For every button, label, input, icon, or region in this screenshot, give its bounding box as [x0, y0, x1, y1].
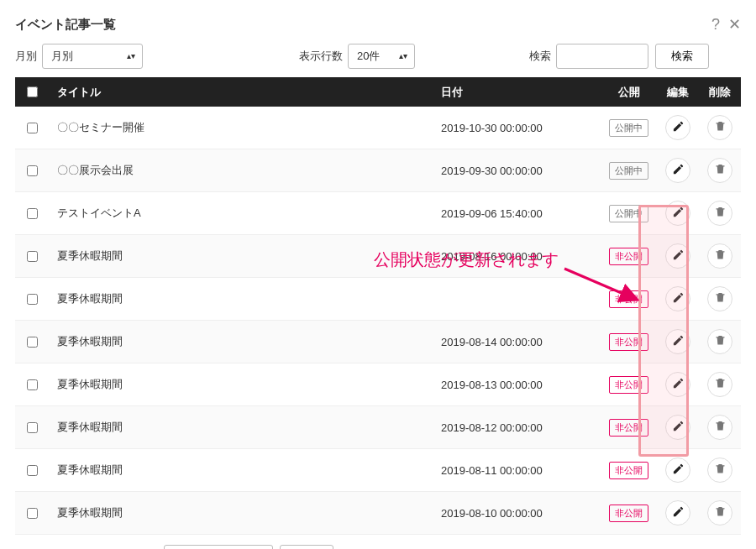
delete-button[interactable]	[707, 372, 732, 397]
table-row: 夏季休暇期間2019-08-14 00:00:00非公開	[15, 321, 741, 363]
delete-button[interactable]	[707, 158, 732, 183]
status-badge[interactable]: 非公開	[609, 376, 648, 394]
row-title: 夏季休暇期間	[49, 321, 433, 363]
edit-button[interactable]	[665, 458, 690, 483]
caret-icon: ▴▾	[127, 52, 135, 60]
col-date: 日付	[433, 77, 601, 107]
edit-button[interactable]	[665, 158, 690, 183]
row-title: 夏季休暇期間	[49, 406, 433, 449]
rows-select[interactable]: 20件 ▴▾	[348, 44, 415, 69]
edit-button[interactable]	[665, 115, 690, 140]
status-badge[interactable]: 公開中	[609, 119, 648, 137]
pencil-icon	[672, 206, 685, 221]
table-row: 夏季休暇期間2019-08-13 00:00:00非公開	[15, 363, 741, 406]
trash-icon	[714, 420, 727, 435]
row-checkbox[interactable]	[27, 379, 38, 390]
status-badge[interactable]: 非公開	[609, 333, 648, 351]
pencil-icon	[672, 163, 685, 178]
pencil-icon	[672, 420, 685, 435]
pencil-icon	[672, 463, 685, 478]
table-row: 夏季休暇期間2019-08-10 00:00:00非公開	[15, 492, 741, 535]
row-checkbox[interactable]	[27, 465, 38, 476]
search-button[interactable]: 検索	[655, 44, 709, 69]
pencil-icon	[672, 291, 685, 306]
pencil-icon	[672, 248, 685, 264]
status-badge[interactable]: 非公開	[609, 290, 648, 308]
row-title: 〇〇セミナー開催	[49, 107, 433, 149]
close-icon[interactable]: ✕	[728, 15, 741, 34]
table-row: 夏季休暇期間2019-08-11 00:00:00非公開	[15, 449, 741, 492]
row-checkbox[interactable]	[27, 508, 38, 519]
row-title: 夏季休暇期間	[49, 235, 433, 278]
status-badge[interactable]: 公開中	[609, 205, 648, 222]
row-checkbox[interactable]	[27, 422, 38, 433]
edit-button[interactable]	[665, 372, 690, 397]
month-select-value: 月別	[51, 49, 73, 64]
row-title: 夏季休暇期間	[49, 449, 433, 492]
trash-icon	[714, 291, 727, 306]
row-checkbox[interactable]	[27, 337, 38, 348]
col-title: タイトル	[49, 77, 433, 107]
help-icon[interactable]: ?	[711, 16, 720, 34]
month-select[interactable]: 月別 ▴▾	[42, 44, 143, 69]
row-title: 〇〇展示会出展	[49, 149, 433, 192]
article-table: タイトル 日付 公開 編集 削除 〇〇セミナー開催2019-10-30 00:0…	[15, 77, 741, 535]
pencil-icon	[672, 377, 685, 392]
delete-button[interactable]	[707, 458, 732, 483]
trash-icon	[714, 120, 727, 135]
trash-icon	[714, 463, 727, 478]
bulk-start-button[interactable]: 開始	[280, 545, 333, 549]
row-checkbox[interactable]	[27, 123, 38, 133]
delete-button[interactable]	[707, 286, 732, 311]
status-badge[interactable]: 非公開	[609, 462, 648, 479]
delete-button[interactable]	[707, 500, 732, 525]
status-badge[interactable]: 公開中	[609, 162, 648, 180]
row-date: 2019-09-30 00:00:00	[433, 149, 601, 192]
row-date: 2019-09-06 15:40:00	[433, 192, 601, 235]
row-checkbox[interactable]	[27, 165, 38, 176]
trash-icon	[714, 334, 727, 349]
row-date: 2019-08-14 00:00:00	[433, 321, 601, 363]
table-row: 夏季休暇期間2019-08-16 00:00:00非公開	[15, 235, 741, 278]
row-checkbox[interactable]	[27, 208, 38, 219]
row-date: 2019-10-30 00:00:00	[433, 107, 601, 149]
delete-button[interactable]	[707, 115, 732, 140]
row-checkbox[interactable]	[27, 294, 38, 305]
row-checkbox[interactable]	[27, 251, 38, 262]
search-input[interactable]	[556, 44, 648, 69]
status-badge[interactable]: 非公開	[609, 419, 648, 437]
pencil-icon	[672, 120, 685, 135]
table-row: テストイベントA2019-09-06 15:40:00公開中	[15, 192, 741, 235]
delete-button[interactable]	[707, 415, 732, 440]
row-title: 夏季休暇期間	[49, 492, 433, 535]
rows-select-value: 20件	[357, 49, 380, 64]
month-filter-label: 月別	[15, 49, 37, 64]
delete-button[interactable]	[707, 329, 732, 354]
col-edit: 編集	[657, 77, 699, 107]
row-title: テストイベントA	[49, 192, 433, 235]
row-date: 2019-08-16 00:00:00	[433, 235, 601, 278]
status-badge[interactable]: 非公開	[609, 248, 648, 265]
edit-button[interactable]	[665, 243, 690, 269]
edit-button[interactable]	[665, 415, 690, 440]
row-date: 2019-08-11 00:00:00	[433, 449, 601, 492]
table-row: 〇〇展示会出展2019-09-30 00:00:00公開中	[15, 149, 741, 192]
pencil-icon	[672, 505, 685, 520]
delete-button[interactable]	[707, 243, 732, 269]
row-date: 2019-08-10 00:00:00	[433, 492, 601, 535]
trash-icon	[714, 377, 727, 392]
edit-button[interactable]	[665, 329, 690, 354]
bulk-action-select[interactable]: 非公開にする ▴▾	[164, 545, 273, 549]
edit-button[interactable]	[665, 201, 690, 226]
status-badge[interactable]: 非公開	[609, 505, 648, 522]
trash-icon	[714, 163, 727, 178]
edit-button[interactable]	[665, 500, 690, 525]
trash-icon	[714, 206, 727, 221]
row-date: 2019-08-13 00:00:00	[433, 363, 601, 406]
edit-button[interactable]	[665, 286, 690, 311]
row-date: 2019-08-12 00:00:00	[433, 406, 601, 449]
row-title: 夏季休暇期間	[49, 363, 433, 406]
delete-button[interactable]	[707, 201, 732, 226]
row-title: 夏季休暇期間	[49, 278, 433, 321]
select-all-checkbox[interactable]	[27, 86, 38, 97]
